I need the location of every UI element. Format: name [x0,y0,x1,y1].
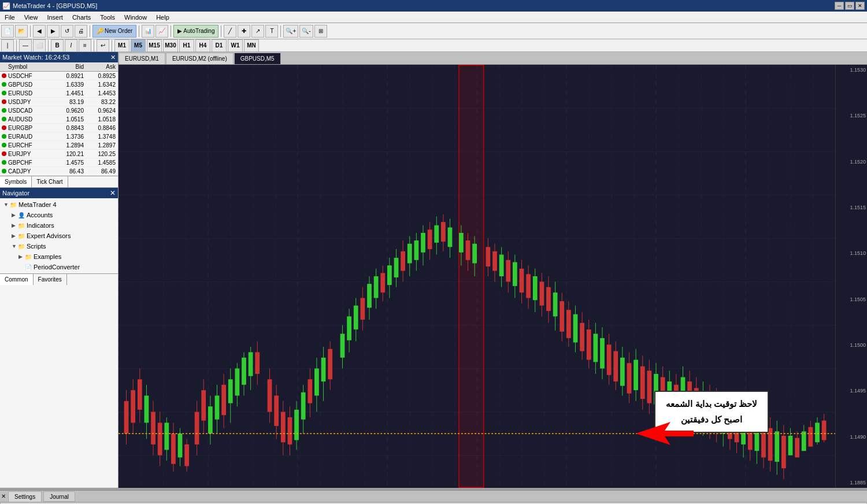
autotrading-label: AutoTrading [183,28,214,34]
nav-item-examples[interactable]: ▶ 📁 Examples [1,251,117,262]
zoom-out-button[interactable]: 🔍- [299,25,313,38]
toolbar-main: 📄 📂 ◀ ▶ ↺ 🖨 🔑 New Order 📊 📈 ▶ AutoTradin… [0,23,867,39]
open-button[interactable]: 📂 [15,25,28,38]
menu-insert[interactable]: Insert [42,13,68,22]
nav-tab-favorites[interactable]: Favorites [34,274,67,285]
print-button[interactable]: 🖨 [75,25,87,38]
refresh-button[interactable]: ↺ [61,25,73,38]
market-watch-row-gbpchf[interactable]: GBPCHF 1.4575 1.4585 [0,158,118,167]
arrow-button[interactable]: ↗ [251,25,264,38]
svg-rect-110 [441,222,446,242]
menu-charts[interactable]: Charts [68,13,95,22]
period-toolbar-btn[interactable]: | [1,39,14,52]
period-h4[interactable]: H4 [195,39,210,52]
nav-item-expert-advisors[interactable]: ▶ 📁 Expert Advisors [1,231,117,241]
title-bar-left: 📈 MetaTrader 4 - [GBPUSD,M5] [2,2,97,10]
period-mn[interactable]: MN [244,39,259,52]
menu-help[interactable]: Help [151,13,174,22]
period-dash-btn[interactable]: ⬜ [33,39,46,52]
period-m15[interactable]: M15 [147,39,162,52]
undo-btn[interactable]: ↩ [97,39,109,52]
forward-button[interactable]: ▶ [47,25,60,38]
market-watch-row-usdjpy[interactable]: USDJPY 83.19 83.22 [0,98,118,106]
mw-tab-tick[interactable]: Tick Chart [32,176,68,187]
navigator: Navigator ✕ ▼ 📁 MetaTrader 4 ▶ 👤 Account… [0,188,118,488]
period-line-btn[interactable]: — [19,39,32,52]
new-order-button[interactable]: 🔑 New Order [92,25,136,38]
nav-item-scripts[interactable]: ▼ 📁 Scripts [1,241,117,251]
mw-bid-cadjpy: 86.43 [54,168,86,175]
menu-view[interactable]: View [20,13,43,22]
navigator-close[interactable]: ✕ [110,189,116,197]
italic-btn[interactable]: I [65,39,77,52]
svg-rect-32 [164,423,169,450]
list-btn[interactable]: ≡ [79,39,91,52]
nav-item-accounts[interactable]: ▶ 👤 Accounts [1,210,117,220]
chart-tab-gbpusd-m5[interactable]: GBPUSD,M5 [234,53,281,64]
minimize-button[interactable]: ─ [835,2,844,10]
mw-dot-cadjpy [2,169,6,173]
chart-tab-eurusd-m2[interactable]: EURUSD,M2 (offline) [166,53,234,64]
chart-area[interactable]: GBPUSD,M5 1.1907 1.1908 1.1907 1.1908 [118,65,867,488]
fit-button[interactable]: ⊞ [314,25,327,38]
market-watch-row-usdcad[interactable]: USDCAD 0.9620 0.9624 [0,106,118,115]
svg-rect-156 [607,344,612,375]
market-watch-row-eurchf[interactable]: EURCHF 1.2894 1.2897 [0,141,118,150]
chart-props-button[interactable]: 📊 [142,25,154,38]
mw-dot-usdcad [2,108,6,113]
menu-window[interactable]: Window [120,13,151,22]
close-button[interactable]: ✕ [855,2,865,10]
period-m5[interactable]: M5 [131,39,146,52]
menu-file[interactable]: File [0,13,20,22]
zoom-in-button[interactable]: 🔍+ [283,25,298,38]
mw-tab-symbols[interactable]: Symbols [0,176,32,187]
chart-tab-eurusd-m1[interactable]: EURUSD,M1 [118,53,165,64]
text-button[interactable]: T [265,25,278,38]
market-watch-row-eurjpy[interactable]: EURJPY 120.21 120.25 [0,150,118,158]
nav-item-indicators[interactable]: ▶ 📁 Indicators [1,220,117,231]
title-bar-controls[interactable]: ─ ▭ ✕ [835,2,865,10]
mw-sym-usdjpy: USDJPY [8,99,54,105]
line-button[interactable]: ╱ [224,25,236,38]
st-close-btn[interactable]: ✕ [0,492,7,499]
svg-rect-162 [627,363,632,394]
market-watch-close[interactable]: ✕ [110,54,116,61]
st-tab-settings[interactable]: Settings [8,491,42,502]
market-watch-title: Market Watch: 16:24:53 [2,54,69,61]
restore-button[interactable]: ▭ [845,2,854,10]
market-watch-row-cadjpy[interactable]: CADJPY 86.43 86.49 [0,167,118,176]
nav-item-periodconverter[interactable]: 📄 PeriodConverter [1,262,117,272]
nav-item-metatrader4[interactable]: ▼ 📁 MetaTrader 4 [1,199,117,210]
market-watch-row-gbpusd[interactable]: GBPUSD 1.6339 1.6342 [0,80,118,89]
period-h1[interactable]: H1 [179,39,194,52]
indicators-button[interactable]: 📈 [155,25,168,38]
new-order-icon: 🔑 [97,28,103,34]
period-m1[interactable]: M1 [114,39,129,52]
svg-rect-100 [407,244,412,264]
strategy-tester-pane: ✕ Settings Journal Expert Advisor 2 MA C… [0,490,867,504]
st-tab-journal[interactable]: Journal [43,491,75,502]
svg-rect-138 [546,287,551,311]
nav-tab-common[interactable]: Common [0,274,34,285]
autotrading-button[interactable]: ▶ AutoTrading [173,25,218,38]
market-watch-row-usdchf[interactable]: USDCHF 0.8921 0.8925 [0,72,118,80]
market-watch-row-eurusd[interactable]: EURUSD 1.4451 1.4453 [0,89,118,98]
svg-rect-126 [506,260,510,282]
period-m30[interactable]: M30 [163,39,178,52]
svg-marker-222 [636,422,694,445]
col-ask: Ask [86,64,118,70]
menu-tools[interactable]: Tools [95,13,120,22]
market-watch-row-euraud[interactable]: EURAUD 1.3736 1.3748 [0,132,118,141]
period-w1[interactable]: W1 [228,39,243,52]
svg-rect-70 [301,392,306,420]
bold-btn[interactable]: B [51,39,64,52]
svg-rect-152 [594,333,598,362]
back-button[interactable]: ◀ [33,25,46,38]
cross-button[interactable]: ✚ [238,25,250,38]
market-watch-row-audusd[interactable]: AUDUSD 1.0515 1.0518 [0,115,118,124]
mw-bid-eurjpy: 120.21 [54,151,86,157]
new-chart-button[interactable]: 📄 [1,25,14,38]
period-d1[interactable]: D1 [212,39,227,52]
market-watch-row-eurgbp[interactable]: EURGBP 0.8843 0.8846 [0,124,118,132]
svg-rect-80 [340,333,345,357]
